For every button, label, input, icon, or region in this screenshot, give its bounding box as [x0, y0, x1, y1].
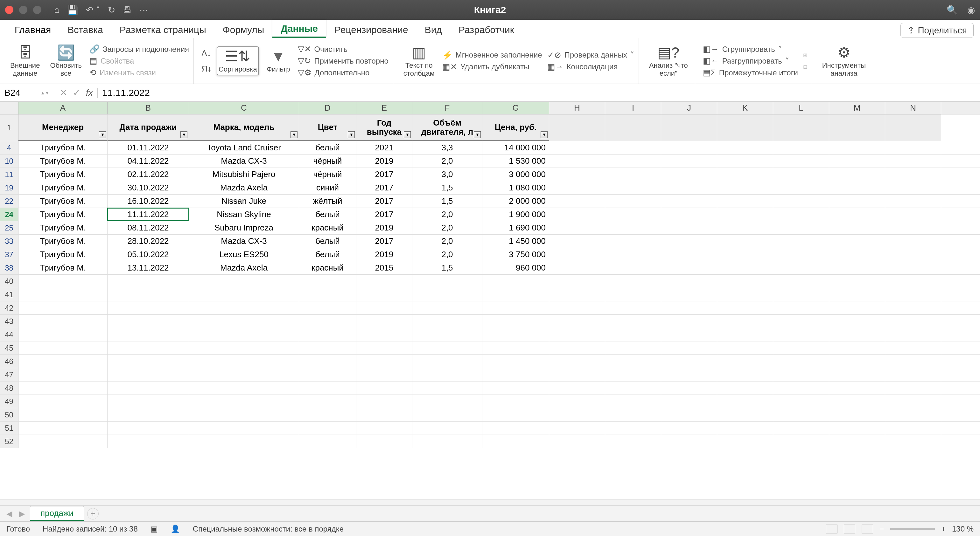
cell[interactable] — [661, 195, 717, 208]
cell[interactable] — [717, 368, 773, 381]
cell[interactable] — [661, 408, 717, 421]
cell[interactable] — [412, 341, 482, 354]
cell[interactable]: Subaru Impreza — [189, 221, 299, 234]
cell[interactable] — [108, 408, 189, 421]
cell[interactable] — [356, 301, 412, 314]
cell[interactable] — [717, 328, 773, 341]
cell[interactable] — [717, 208, 773, 221]
cell[interactable]: 1 530 000 — [482, 154, 549, 168]
cell[interactable] — [661, 288, 717, 301]
cell[interactable] — [412, 368, 482, 381]
row-header[interactable]: 24 — [0, 208, 19, 221]
zoom-slider[interactable] — [890, 528, 935, 530]
cell[interactable]: Toyota Land Cruiser — [189, 141, 299, 154]
cell[interactable] — [717, 355, 773, 368]
cell[interactable]: 1 080 000 — [482, 181, 549, 194]
cell[interactable]: Тригубов М. — [19, 208, 108, 221]
cell[interactable] — [299, 408, 356, 421]
cell[interactable]: 01.11.2022 — [108, 141, 189, 154]
cell[interactable]: Тригубов М. — [19, 248, 108, 261]
cell[interactable] — [19, 275, 108, 288]
cell[interactable] — [482, 422, 549, 435]
cell[interactable] — [549, 235, 605, 247]
menu-tab-главная[interactable]: Главная — [6, 21, 59, 38]
cell[interactable] — [717, 195, 773, 208]
cell[interactable]: Тригубов М. — [19, 261, 108, 274]
cell[interactable]: 2017 — [356, 181, 412, 194]
sheet-nav-prev[interactable]: ◀ — [5, 509, 14, 518]
sort-button[interactable]: ☰⇅ Сортировка — [217, 46, 259, 75]
row-header[interactable]: 40 — [0, 275, 19, 288]
cell[interactable] — [661, 275, 717, 288]
cell[interactable] — [189, 435, 299, 448]
cell[interactable] — [482, 355, 549, 368]
cell[interactable] — [189, 341, 299, 354]
close-window-button[interactable] — [5, 6, 13, 14]
cell[interactable]: Mazda CX-3 — [189, 235, 299, 247]
zoom-out-button[interactable]: − — [880, 525, 884, 533]
filter-dropdown-icon[interactable]: ▾ — [541, 131, 547, 138]
cell[interactable]: 3,3 — [412, 141, 482, 154]
cell[interactable]: Тригубов М. — [19, 154, 108, 168]
cell[interactable] — [482, 382, 549, 395]
cell[interactable] — [773, 382, 829, 395]
cell[interactable] — [885, 168, 941, 181]
cell[interactable] — [661, 154, 717, 168]
cell[interactable] — [108, 395, 189, 408]
cell[interactable] — [773, 208, 829, 221]
cell[interactable]: 2019 — [356, 154, 412, 168]
row-header[interactable]: 48 — [0, 382, 19, 395]
cell[interactable]: 2,0 — [412, 208, 482, 221]
row-header[interactable]: 43 — [0, 315, 19, 328]
cell[interactable] — [108, 355, 189, 368]
cell[interactable] — [661, 301, 717, 314]
cell[interactable] — [299, 395, 356, 408]
cell[interactable]: 08.11.2022 — [108, 221, 189, 234]
cell[interactable] — [412, 315, 482, 328]
name-box-dropdown-icon[interactable]: ▲▼ — [40, 90, 49, 95]
cell[interactable]: 1 900 000 — [482, 208, 549, 221]
cell[interactable] — [829, 154, 885, 168]
cell[interactable]: 11.11.2022 — [108, 208, 189, 221]
clear-filter-button[interactable]: ▽✕Очистить — [298, 44, 388, 54]
cell[interactable]: синий — [299, 181, 356, 194]
page-layout-view-button[interactable] — [844, 525, 855, 533]
cell[interactable] — [773, 301, 829, 314]
cell[interactable] — [773, 261, 829, 274]
cell[interactable] — [189, 288, 299, 301]
cell[interactable] — [829, 221, 885, 234]
cell[interactable] — [356, 355, 412, 368]
cell[interactable] — [717, 301, 773, 314]
cell[interactable]: Тригубов М. — [19, 195, 108, 208]
cell[interactable] — [773, 288, 829, 301]
cell[interactable] — [549, 261, 605, 274]
menu-tab-вид[interactable]: Вид — [417, 21, 450, 38]
grid-body[interactable]: 1 Менеджер▾Дата продажи▾Марка, модель▾Цв… — [0, 114, 980, 499]
cell[interactable] — [661, 315, 717, 328]
column-header[interactable]: I — [605, 102, 661, 114]
cell[interactable] — [356, 328, 412, 341]
cell[interactable] — [773, 341, 829, 354]
cell[interactable] — [717, 408, 773, 421]
row-header[interactable]: 44 — [0, 328, 19, 341]
cell[interactable] — [549, 114, 605, 141]
column-header[interactable]: L — [773, 102, 829, 114]
cell[interactable] — [19, 395, 108, 408]
cell[interactable] — [189, 395, 299, 408]
cell[interactable] — [829, 288, 885, 301]
cell[interactable] — [108, 341, 189, 354]
cell[interactable] — [661, 435, 717, 448]
menu-tab-данные[interactable]: Данные — [272, 20, 326, 38]
cell[interactable] — [829, 301, 885, 314]
cell[interactable]: 3 000 000 — [482, 168, 549, 181]
cell[interactable] — [661, 235, 717, 247]
cell[interactable] — [829, 395, 885, 408]
collapse-icon[interactable]: ⊟ — [803, 64, 807, 70]
cell[interactable] — [885, 395, 941, 408]
cell[interactable] — [717, 168, 773, 181]
menu-tab-рецензирование[interactable]: Рецензирование — [326, 21, 417, 38]
cell[interactable] — [885, 315, 941, 328]
row-header[interactable]: 22 — [0, 195, 19, 208]
cell[interactable] — [549, 435, 605, 448]
cell[interactable] — [885, 408, 941, 421]
